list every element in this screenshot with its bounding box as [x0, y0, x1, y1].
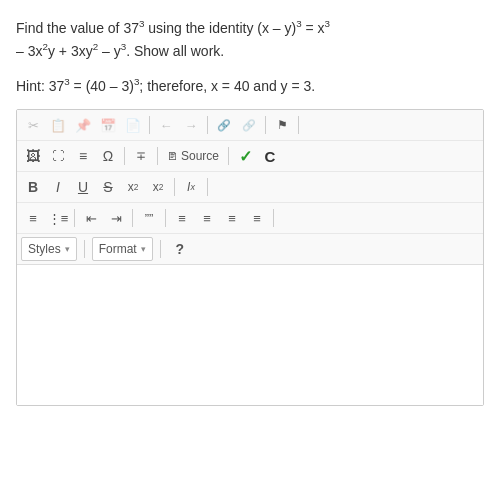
hint-text: Hint: 373 = (40 – 3)3; therefore, x = 40…	[16, 74, 484, 97]
remove-format-button[interactable]: Ix	[179, 175, 203, 199]
sep-3	[265, 116, 266, 134]
subscript-button[interactable]: x2	[121, 175, 145, 199]
blockquote-button[interactable]: ””	[137, 206, 161, 230]
superscript-button[interactable]: x2	[146, 175, 170, 199]
sep-8	[174, 178, 175, 196]
unlink-button[interactable]: 🔗	[237, 113, 261, 137]
question-container: Find the value of 373 using the identity…	[16, 16, 484, 97]
sep-12	[165, 209, 166, 227]
sep-15	[160, 240, 161, 258]
toolbar: ✂ 📋 📌 📅 📄 ← → 🔗 🔗 ⚑ 🖼 ⛶ ≡ Ω ∓ 🖹	[17, 110, 483, 265]
paste-text-button[interactable]: 📅	[96, 113, 120, 137]
format-label: Format	[99, 242, 137, 256]
redo-button[interactable]: →	[179, 113, 203, 137]
italic-button[interactable]: I	[46, 175, 70, 199]
format-dropdown[interactable]: Format ▾	[92, 237, 153, 261]
sep-5	[124, 147, 125, 165]
image-button[interactable]: 🖼	[21, 144, 45, 168]
toolbar-row-1: ✂ 📋 📌 📅 📄 ← → 🔗 🔗 ⚑	[17, 110, 483, 141]
help-button[interactable]: ?	[168, 237, 192, 261]
styles-label: Styles	[28, 242, 61, 256]
toolbar-row-5: Styles ▾ Format ▾ ?	[17, 234, 483, 264]
ordered-list-button[interactable]: ⁣≡	[21, 206, 45, 230]
sep-1	[149, 116, 150, 134]
bold-button[interactable]: B	[21, 175, 45, 199]
table-button[interactable]: ⛶	[46, 144, 70, 168]
indent-decrease-button[interactable]: ⇤	[79, 206, 103, 230]
sep-2	[207, 116, 208, 134]
sep-11	[132, 209, 133, 227]
strikethrough-button[interactable]: S	[96, 175, 120, 199]
sep-9	[207, 178, 208, 196]
hline-button[interactable]: ≡	[71, 144, 95, 168]
sep-6	[157, 147, 158, 165]
cut-button[interactable]: ✂	[21, 113, 45, 137]
paste-button[interactable]: 📌	[71, 113, 95, 137]
editor-container: ✂ 📋 📌 📅 📄 ← → 🔗 🔗 ⚑ 🖼 ⛶ ≡ Ω ∓ 🖹	[16, 109, 484, 406]
source-label: Source	[181, 149, 219, 163]
math-button[interactable]: ∓	[129, 144, 153, 168]
check-grammar-button[interactable]: C	[258, 144, 282, 168]
align-left-button[interactable]: ≡	[170, 206, 194, 230]
anchor-button[interactable]: ⚑	[270, 113, 294, 137]
indent-increase-button[interactable]: ⇥	[104, 206, 128, 230]
unordered-list-button[interactable]: ⋮≡	[46, 206, 70, 230]
source-icon: 🖹	[167, 150, 178, 162]
source-button[interactable]: 🖹 Source	[162, 145, 224, 167]
check-spell-button[interactable]: ✓	[233, 144, 257, 168]
copy-button[interactable]: 📋	[46, 113, 70, 137]
paste-word-button[interactable]: 📄	[121, 113, 145, 137]
sep-10	[74, 209, 75, 227]
sep-7	[228, 147, 229, 165]
link-button[interactable]: 🔗	[212, 113, 236, 137]
styles-arrow-icon: ▾	[65, 244, 70, 254]
editor-area[interactable]	[17, 265, 483, 405]
align-center-button[interactable]: ≡	[195, 206, 219, 230]
question-text: Find the value of 373 using the identity…	[16, 16, 484, 62]
justify-button[interactable]: ≡	[245, 206, 269, 230]
format-arrow-icon: ▾	[141, 244, 146, 254]
styles-dropdown[interactable]: Styles ▾	[21, 237, 77, 261]
toolbar-row-2: 🖼 ⛶ ≡ Ω ∓ 🖹 Source ✓ C	[17, 141, 483, 172]
sep-13	[273, 209, 274, 227]
toolbar-row-3: B I U S x2 x2 Ix	[17, 172, 483, 203]
sep-4	[298, 116, 299, 134]
undo-button[interactable]: ←	[154, 113, 178, 137]
align-right-button[interactable]: ≡	[220, 206, 244, 230]
omega-button[interactable]: Ω	[96, 144, 120, 168]
toolbar-row-4: ⁣≡ ⋮≡ ⇤ ⇥ ”” ≡ ≡ ≡ ≡	[17, 203, 483, 234]
underline-button[interactable]: U	[71, 175, 95, 199]
sep-14	[84, 240, 85, 258]
